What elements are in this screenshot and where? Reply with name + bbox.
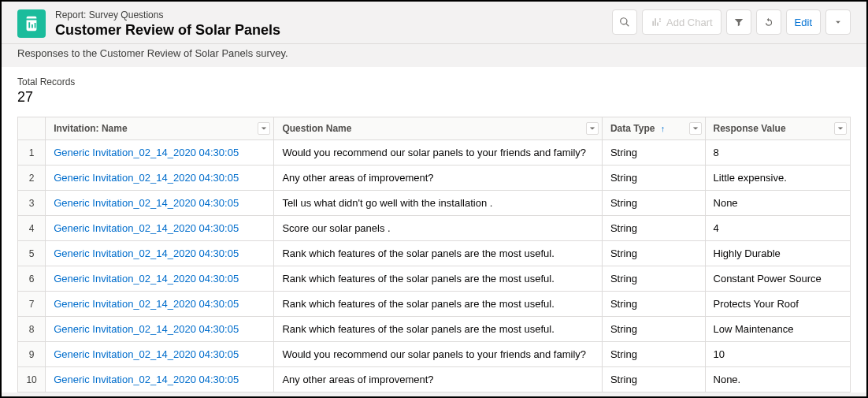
- cell-question: Rank which features of the solar panels …: [274, 266, 603, 292]
- cell-data-type: String: [602, 191, 705, 216]
- table-row: 9Generic Invitation_02_14_2020 04:30:05W…: [18, 342, 851, 367]
- table-row: 6Generic Invitation_02_14_2020 04:30:05R…: [18, 266, 851, 292]
- report-title: Customer Review of Solar Panels: [55, 22, 280, 39]
- report-description: Responses to the Customer Review of Sola…: [17, 47, 866, 59]
- add-chart-label: Add Chart: [666, 17, 713, 28]
- cell-response: Protects Your Roof: [705, 292, 850, 317]
- cell-invitation: Generic Invitation_02_14_2020 04:30:05: [46, 140, 274, 166]
- row-number: 2: [18, 166, 46, 191]
- chevron-down-icon: [589, 125, 595, 132]
- col-header-question[interactable]: Question Name: [274, 117, 603, 140]
- cell-data-type: String: [602, 317, 705, 342]
- cell-invitation: Generic Invitation_02_14_2020 04:30:05: [46, 216, 274, 241]
- cell-response: Little expensive.: [705, 166, 850, 191]
- invitation-link[interactable]: Generic Invitation_02_14_2020 04:30:05: [54, 348, 239, 360]
- table-row: 3Generic Invitation_02_14_2020 04:30:05T…: [18, 191, 851, 216]
- more-actions-button[interactable]: [825, 9, 851, 35]
- table-row: 8Generic Invitation_02_14_2020 04:30:05R…: [18, 317, 851, 342]
- row-number: 10: [18, 367, 46, 392]
- row-number: 4: [18, 216, 46, 241]
- add-chart-button[interactable]: Add Chart: [642, 9, 721, 35]
- table-row: 2Generic Invitation_02_14_2020 04:30:05A…: [18, 166, 851, 191]
- report-eyebrow: Report: Survey Questions: [55, 9, 280, 22]
- cell-question: Rank which features of the solar panels …: [274, 292, 603, 317]
- cell-data-type: String: [602, 241, 705, 266]
- invitation-link[interactable]: Generic Invitation_02_14_2020 04:30:05: [54, 298, 239, 310]
- cell-invitation: Generic Invitation_02_14_2020 04:30:05: [46, 292, 274, 317]
- filter-button[interactable]: [726, 9, 751, 35]
- cell-response: 4: [705, 216, 850, 241]
- invitation-link[interactable]: Generic Invitation_02_14_2020 04:30:05: [54, 247, 239, 259]
- cell-question: Rank which features of the solar panels …: [274, 241, 603, 266]
- results-table: Invitation: Name Question Name Data Type…: [17, 117, 851, 392]
- cell-invitation: Generic Invitation_02_14_2020 04:30:05: [46, 317, 274, 342]
- cell-data-type: String: [602, 140, 705, 166]
- add-chart-icon: [651, 17, 662, 28]
- refresh-button[interactable]: [756, 9, 781, 35]
- col-filter-response[interactable]: [834, 122, 847, 135]
- sort-asc-icon: ↑: [661, 124, 666, 133]
- cell-question: Would you recommend our solar panels to …: [274, 140, 603, 166]
- cell-invitation: Generic Invitation_02_14_2020 04:30:05: [46, 367, 274, 392]
- invitation-link[interactable]: Generic Invitation_02_14_2020 04:30:05: [54, 323, 239, 335]
- col-filter-question[interactable]: [586, 122, 599, 135]
- cell-response: Highly Durable: [705, 241, 850, 266]
- table-row: 5Generic Invitation_02_14_2020 04:30:05R…: [18, 241, 851, 266]
- invitation-link[interactable]: Generic Invitation_02_14_2020 04:30:05: [54, 374, 239, 385]
- invitation-link[interactable]: Generic Invitation_02_14_2020 04:30:05: [54, 147, 239, 158]
- search-icon: [619, 17, 630, 28]
- row-number: 3: [18, 191, 46, 216]
- row-number: 8: [18, 317, 46, 342]
- cell-response: None.: [705, 367, 850, 392]
- row-number: 6: [18, 266, 46, 292]
- cell-question: Would you recommend our solar panels to …: [274, 342, 603, 367]
- search-button[interactable]: [612, 9, 637, 35]
- col-header-data-type[interactable]: Data Type ↑: [602, 117, 705, 140]
- cell-question: Any other areas of improvement?: [274, 367, 603, 392]
- total-records-label: Total Records: [17, 76, 851, 87]
- report-icon: [17, 9, 46, 38]
- invitation-link[interactable]: Generic Invitation_02_14_2020 04:30:05: [54, 222, 239, 234]
- filter-icon: [733, 17, 744, 28]
- invitation-link[interactable]: Generic Invitation_02_14_2020 04:30:05: [54, 197, 239, 209]
- chevron-down-icon: [837, 125, 844, 132]
- col-header-response[interactable]: Response Value: [705, 117, 850, 140]
- edit-label: Edit: [795, 17, 812, 28]
- cell-response: None: [705, 191, 850, 216]
- total-records-value: 27: [17, 89, 851, 106]
- cell-question: Tell us what didn't go well with the ins…: [274, 191, 603, 216]
- cell-data-type: String: [602, 216, 705, 241]
- edit-button[interactable]: Edit: [786, 9, 821, 35]
- refresh-icon: [763, 17, 774, 28]
- cell-response: Constant Power Source: [705, 266, 850, 292]
- table-row: 10Generic Invitation_02_14_2020 04:30:05…: [18, 367, 851, 392]
- cell-data-type: String: [602, 367, 705, 392]
- row-number: 9: [18, 342, 46, 367]
- cell-question: Rank which features of the solar panels …: [274, 317, 603, 342]
- invitation-link[interactable]: Generic Invitation_02_14_2020 04:30:05: [54, 273, 239, 285]
- cell-response: 10: [705, 342, 850, 367]
- table-row: 1Generic Invitation_02_14_2020 04:30:05W…: [18, 140, 851, 166]
- cell-question: Any other areas of improvement?: [274, 166, 603, 191]
- cell-invitation: Generic Invitation_02_14_2020 04:30:05: [46, 266, 274, 292]
- col-filter-data-type[interactable]: [689, 122, 702, 135]
- col-header-response-label: Response Value: [714, 123, 786, 134]
- col-filter-invitation[interactable]: [258, 122, 270, 135]
- chevron-down-icon: [261, 125, 267, 132]
- col-header-invitation[interactable]: Invitation: Name: [46, 117, 274, 140]
- row-number: 7: [18, 292, 46, 317]
- cell-data-type: String: [602, 342, 705, 367]
- row-number: 5: [18, 241, 46, 266]
- cell-response: Low Maintenance: [705, 317, 850, 342]
- chevron-down-icon: [833, 17, 844, 28]
- cell-data-type: String: [602, 266, 705, 292]
- cell-response: 8: [705, 140, 850, 166]
- cell-invitation: Generic Invitation_02_14_2020 04:30:05: [46, 342, 274, 367]
- cell-data-type: String: [602, 292, 705, 317]
- invitation-link[interactable]: Generic Invitation_02_14_2020 04:30:05: [54, 172, 239, 184]
- cell-invitation: Generic Invitation_02_14_2020 04:30:05: [46, 191, 274, 216]
- col-header-data-type-label: Data Type: [610, 123, 655, 134]
- col-header-invitation-label: Invitation: Name: [54, 123, 127, 134]
- cell-question: Score our solar panels .: [274, 216, 603, 241]
- table-row: 7Generic Invitation_02_14_2020 04:30:05R…: [18, 292, 851, 317]
